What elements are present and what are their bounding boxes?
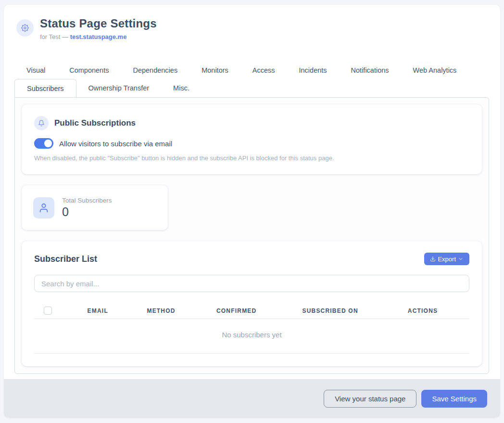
column-header-confirmed: CONFIRMED <box>189 308 284 314</box>
tab-web-analytics[interactable]: Web Analytics <box>401 63 469 77</box>
allow-subscribe-label: Allow visitors to subscribe via email <box>59 140 172 148</box>
tab-incidents[interactable]: Incidents <box>287 63 339 77</box>
empty-state-message: No subscribers yet <box>34 319 469 354</box>
subtitle-prefix: for Test — <box>40 33 70 40</box>
toggle-knob <box>44 140 52 147</box>
tab-visual[interactable]: Visual <box>14 63 57 77</box>
bell-icon <box>34 116 49 130</box>
subscribe-toggle-row: Allow visitors to subscribe via email <box>34 138 469 149</box>
subscriber-list-title: Subscriber List <box>34 254 97 264</box>
page-title: Status Page Settings <box>40 16 157 31</box>
tab-row-1: Visual Components Dependencies Monitors … <box>14 63 489 77</box>
tab-row-2: Subscribers Ownership Transfer Misc. <box>14 79 489 97</box>
save-settings-button[interactable]: Save Settings <box>421 390 487 408</box>
allow-subscribe-toggle[interactable] <box>34 138 53 149</box>
total-subscribers-label: Total Subscribers <box>62 197 112 204</box>
tab-misc[interactable]: Misc. <box>161 79 202 97</box>
status-page-link[interactable]: test.statuspage.me <box>70 33 127 40</box>
column-header-method: METHOD <box>134 308 189 314</box>
gear-icon <box>16 19 34 37</box>
total-subscribers-card: Total Subscribers 0 <box>22 185 168 230</box>
tab-notifications[interactable]: Notifications <box>339 63 401 77</box>
page-footer: View your status page Save Settings <box>4 379 500 418</box>
column-header-subscribed-on: SUBSCRIBED ON <box>284 308 376 314</box>
export-button[interactable]: Export <box>424 253 469 265</box>
header-text-block: Status Page Settings for Test — test.sta… <box>40 16 157 41</box>
total-subscribers-value: 0 <box>62 205 112 218</box>
stat-text-block: Total Subscribers 0 <box>62 197 112 218</box>
select-all-checkbox[interactable] <box>44 307 52 315</box>
column-header-email: EMAIL <box>62 308 134 314</box>
export-button-label: Export <box>438 256 456 263</box>
chevron-down-icon <box>458 256 464 262</box>
subscriber-table-header: EMAIL METHOD CONFIRMED SUBSCRIBED ON ACT… <box>34 303 469 319</box>
public-subscriptions-title: Public Subscriptions <box>54 118 136 128</box>
subscriber-list-card: Subscriber List Export <box>22 241 482 366</box>
page-subtitle: for Test — test.statuspage.me <box>40 33 157 41</box>
subscribe-helper-text: When disabled, the public "Subscribe" bu… <box>34 154 469 162</box>
user-icon <box>33 197 54 218</box>
tab-components[interactable]: Components <box>57 63 121 77</box>
search-input[interactable] <box>34 275 469 292</box>
settings-page-card: Status Page Settings for Test — test.sta… <box>4 5 500 418</box>
subscribers-tab-panel: Public Subscriptions Allow visitors to s… <box>14 97 489 374</box>
download-icon <box>430 256 436 262</box>
tab-subscribers[interactable]: Subscribers <box>14 79 76 97</box>
tab-monitors[interactable]: Monitors <box>189 63 240 77</box>
select-all-cell <box>34 307 62 315</box>
tab-dependencies[interactable]: Dependencies <box>121 63 189 77</box>
settings-tabs: Visual Components Dependencies Monitors … <box>14 63 489 97</box>
public-subscriptions-card: Public Subscriptions Allow visitors to s… <box>22 104 482 174</box>
tab-ownership-transfer[interactable]: Ownership Transfer <box>76 79 162 97</box>
tab-access[interactable]: Access <box>240 63 287 77</box>
column-header-actions: ACTIONS <box>376 308 469 314</box>
public-subscriptions-header: Public Subscriptions <box>34 116 469 130</box>
view-status-page-button[interactable]: View your status page <box>324 390 416 408</box>
subscriber-list-header: Subscriber List Export <box>34 253 469 265</box>
page-header: Status Page Settings for Test — test.sta… <box>4 5 500 41</box>
